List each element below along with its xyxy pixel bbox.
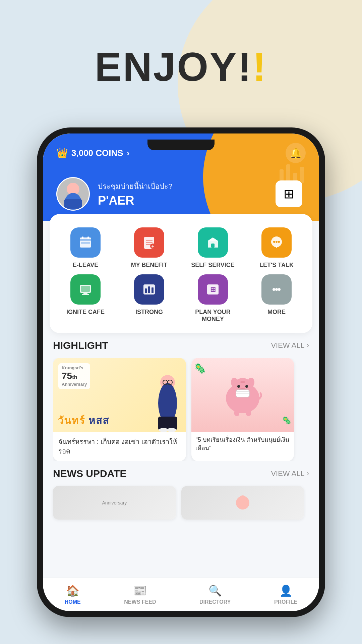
news-card-2[interactable] <box>181 486 304 520</box>
svg-point-32 <box>275 288 278 291</box>
menu-item-ignite-cafe[interactable]: IGNITE CAFE <box>56 274 115 323</box>
menu-item-self-service[interactable]: SELF SERVICE <box>184 227 242 269</box>
highlight-card-2[interactable]: 🦠 🦠 <box>191 358 294 461</box>
thai-text: วันทร์ หสส <box>58 413 109 428</box>
coins-badge[interactable]: 👑 3,000 COINS › <box>56 148 129 159</box>
highlight-card-1-description: จันทร์หรรษา : เก็บคอ งอเข่า เอาตัวเราให้… <box>53 432 186 461</box>
news-section-header: NEWS UPDATE VIEW ALL › <box>53 468 309 479</box>
istrong-label: ISTRONG <box>135 309 163 316</box>
avatar <box>56 177 90 211</box>
view-all-arrow: › <box>307 341 309 350</box>
directory-nav-icon: 🔍 <box>208 584 222 597</box>
svg-point-18 <box>273 241 275 243</box>
news-card-2-image <box>181 486 304 520</box>
svg-point-19 <box>276 241 278 243</box>
svg-rect-3 <box>80 237 91 248</box>
svg-rect-36 <box>158 417 177 430</box>
menu-item-my-benefit[interactable]: MY BENEFIT <box>120 227 178 269</box>
highlight-card-1[interactable]: Krungsri's 75th Anniversary <box>53 358 186 461</box>
qr-code-button[interactable]: ⊞ <box>276 180 302 207</box>
svg-rect-16 <box>211 244 215 248</box>
svg-rect-49 <box>236 390 249 397</box>
news-view-all-text: VIEW ALL <box>271 469 304 478</box>
e-leave-icon <box>70 227 101 258</box>
user-info: ประชุมบ่ายนี้น่าเบื่อปะ? P'AER <box>56 177 172 211</box>
more-icon <box>261 274 292 305</box>
plan-money-icon: ⊞ <box>198 274 228 305</box>
menu-item-lets-talk[interactable]: LET'S TALK <box>247 227 306 269</box>
svg-point-56 <box>239 495 247 503</box>
lets-talk-icon <box>261 227 292 258</box>
home-nav-icon: 🏠 <box>66 584 79 597</box>
svg-rect-53 <box>234 410 239 416</box>
home-nav-label: HOME <box>65 599 81 605</box>
svg-point-31 <box>273 288 275 291</box>
svg-rect-54 <box>246 410 251 416</box>
coins-text: 3,000 COINS <box>71 148 123 158</box>
ignite-cafe-icon <box>70 274 101 305</box>
user-greeting: ประชุมบ่ายนี้น่าเบื่อปะ? <box>98 180 172 192</box>
news-view-all-button[interactable]: VIEW ALL › <box>271 469 309 478</box>
menu-item-more[interactable]: MORE <box>247 274 306 323</box>
anniversary-tag: Anniversary <box>102 500 127 505</box>
svg-point-33 <box>278 288 281 291</box>
menu-grid: E-LEAVE <box>56 224 306 326</box>
svg-point-48 <box>248 378 254 387</box>
svg-rect-23 <box>83 293 87 294</box>
anniversary-badge: Krungsri's 75th Anniversary <box>58 363 90 389</box>
istrong-icon <box>134 274 164 305</box>
svg-rect-24 <box>82 294 89 295</box>
virus-icon-2: 🦠 <box>282 416 291 425</box>
plan-money-label: PLAN YOUR MONEY <box>184 309 242 323</box>
highlight-view-all-button[interactable]: VIEW ALL › <box>271 341 309 350</box>
view-all-text: VIEW ALL <box>271 341 304 350</box>
svg-text:⊞: ⊞ <box>210 286 216 293</box>
news-cards-row: Anniversary <box>53 486 309 520</box>
enjoy-text: ENJOY! <box>95 44 253 89</box>
news-view-all-arrow: › <box>307 469 309 478</box>
virus-icon-1: 🦠 <box>194 363 206 374</box>
nav-profile[interactable]: 👤 PROFILE <box>274 584 297 605</box>
coins-arrow: › <box>127 148 130 158</box>
menu-item-istrong[interactable]: ISTRONG <box>120 274 178 323</box>
news-feed-nav-label: NEWS FEED <box>124 599 156 605</box>
nav-home[interactable]: 🏠 HOME <box>65 584 81 605</box>
svg-rect-4 <box>80 239 91 240</box>
ignite-cafe-label: IGNITE CAFE <box>66 309 105 316</box>
news-card-1[interactable]: Anniversary <box>53 486 176 520</box>
menu-item-plan-money[interactable]: ⊞ PLAN YOUR MONEY <box>184 274 242 323</box>
svg-point-20 <box>278 241 280 243</box>
phone-frame: 👑 3,000 COINS › 🔔 <box>37 127 325 617</box>
highlight-card-2-description: "5 บทเรียนเรื่องเงิน สำหรับมนุษย์เงินเดื… <box>191 432 294 457</box>
piggy-bank-svg <box>221 373 264 417</box>
self-service-icon <box>198 227 228 258</box>
news-section: NEWS UPDATE VIEW ALL › Anniversary <box>43 461 319 530</box>
nav-directory[interactable]: 🔍 DIRECTORY <box>199 584 231 605</box>
notch <box>147 140 215 150</box>
bottom-nav: 🏠 HOME 📰 NEWS FEED 🔍 DIRECTORY 👤 PROFILE <box>43 578 319 611</box>
page-title: ENJOY!! <box>0 44 362 90</box>
e-leave-label: E-LEAVE <box>73 262 99 269</box>
directory-nav-label: DIRECTORY <box>199 599 231 605</box>
highlight-section-header: HIGHLIGHT VIEW ALL › <box>53 340 309 351</box>
svg-rect-52 <box>240 381 245 383</box>
exclamation-mark: ! <box>252 44 267 89</box>
notification-button[interactable]: 🔔 <box>286 143 306 163</box>
nav-news-feed[interactable]: 📰 NEWS FEED <box>124 584 156 605</box>
user-text-info: ประชุมบ่ายนี้น่าเบื่อปะ? P'AER <box>98 180 172 208</box>
svg-rect-27 <box>148 286 150 293</box>
news-title: NEWS UPDATE <box>53 468 126 479</box>
self-service-label: SELF SERVICE <box>191 262 235 269</box>
menu-item-e-leave[interactable]: E-LEAVE <box>56 227 115 269</box>
news-card-1-image: Anniversary <box>53 486 176 520</box>
header-user-row: ประชุมบ่ายนี้น่าเบื่อปะ? P'AER ⊞ <box>56 177 302 211</box>
svg-rect-8 <box>87 236 89 239</box>
card-figure <box>153 371 183 432</box>
more-label: MORE <box>267 309 286 316</box>
svg-rect-26 <box>145 288 147 293</box>
menu-card: E-LEAVE <box>50 214 312 333</box>
svg-rect-22 <box>81 286 90 292</box>
bottom-spacer <box>53 520 309 530</box>
my-benefit-icon <box>134 227 164 258</box>
avatar-svg <box>57 177 89 210</box>
